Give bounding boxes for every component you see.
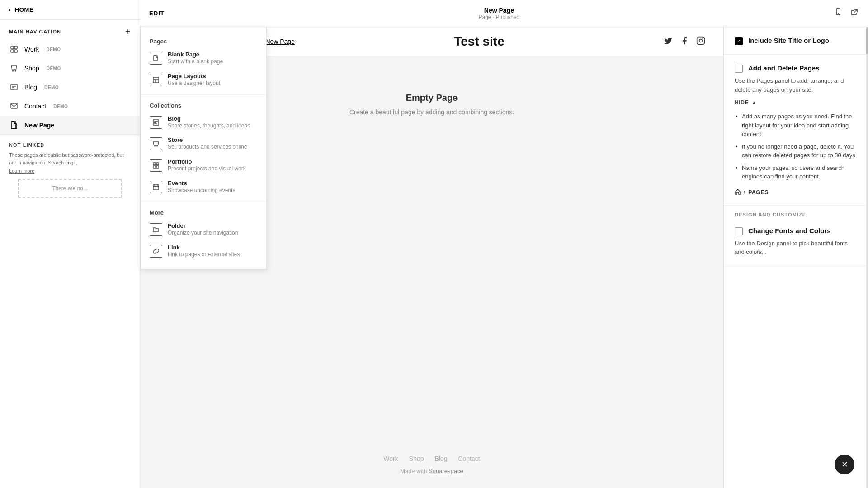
layout-icon	[150, 74, 162, 86]
svg-rect-23	[153, 77, 159, 83]
nav-header: MAIN NAVIGATION +	[0, 20, 140, 40]
svg-rect-34	[153, 166, 156, 168]
pages-link[interactable]: › PAGES	[735, 188, 857, 196]
blog-icon	[9, 82, 19, 92]
panel-item-site-title: Include Site Title or Logo	[724, 27, 868, 55]
dropdown-item-events[interactable]: Events Showcase upcoming events	[141, 176, 266, 198]
sidebar-item-blog-label: Blog	[24, 84, 37, 91]
dropdown-collections-label: Collections	[141, 99, 266, 112]
hide-toggle[interactable]: HIDE ▲	[735, 99, 857, 106]
shop-icon	[9, 63, 19, 73]
footer-nav-work[interactable]: Work	[383, 455, 398, 462]
svg-rect-0	[11, 46, 14, 49]
portfolio-icon	[150, 159, 162, 172]
footer-made-with: Made with Squarespace	[154, 468, 710, 474]
sidebar-item-blog-badge: DEMO	[44, 85, 59, 90]
site-footer: Work Shop Blog Contact Made with Squares…	[140, 441, 723, 488]
svg-point-20	[703, 38, 703, 39]
external-link-icon[interactable]	[850, 8, 859, 19]
site-title: Test site	[454, 34, 505, 49]
footer-nav-blog[interactable]: Blog	[434, 455, 447, 462]
grid-icon	[9, 44, 19, 54]
dropdown-pages-label: Pages	[141, 34, 266, 47]
svg-line-17	[854, 9, 857, 13]
svg-rect-3	[14, 50, 17, 52]
sidebar-item-shop-badge: DEMO	[47, 66, 61, 71]
contact-icon	[9, 101, 19, 111]
link-icon	[150, 245, 162, 258]
site-nav-new-page[interactable]: New Page	[265, 38, 295, 45]
sidebar-item-work[interactable]: Work DEMO	[0, 40, 140, 59]
panel-item-site-title-header: Include Site Title or Logo	[735, 36, 857, 45]
close-icon: ✕	[841, 460, 848, 469]
svg-rect-18	[697, 37, 705, 44]
dropdown-item-events-text: Events Showcase upcoming events	[168, 180, 235, 194]
home-link[interactable]: ‹ HOME	[0, 0, 140, 20]
panel-item-add-delete-desc: Use the Pages panel to add, arrange, and…	[735, 76, 857, 94]
top-bar-center: New Page Page · Published	[479, 7, 520, 20]
sidebar-item-shop[interactable]: Shop DEMO	[0, 59, 140, 78]
footer-nav-contact[interactable]: Contact	[458, 455, 480, 462]
dropdown-item-folder[interactable]: Folder Organize your site navigation	[141, 219, 266, 240]
checkbox-site-title[interactable]	[735, 37, 743, 45]
close-button[interactable]: ✕	[835, 455, 854, 474]
sidebar-item-contact[interactable]: Contact DEMO	[0, 97, 140, 116]
top-bar: EDIT New Page Page · Published	[140, 0, 868, 27]
left-sidebar: ‹ HOME MAIN NAVIGATION + Work DEMO Shop	[0, 0, 140, 488]
svg-point-31	[157, 146, 158, 147]
sidebar-item-contact-badge: DEMO	[53, 104, 68, 109]
back-arrow-icon: ‹	[9, 7, 11, 13]
bullet-item-2: If you no longer need a page, delete it.…	[735, 141, 857, 162]
svg-rect-1	[14, 46, 17, 49]
footer-nav: Work Shop Blog Contact	[154, 455, 710, 462]
right-panel: Include Site Title or Logo Add and Delet…	[723, 27, 868, 488]
hide-label: HIDE	[735, 99, 749, 106]
panel-item-change-fonts-header: Change Fonts and Colors	[735, 226, 857, 235]
pages-link-arrow: ›	[744, 189, 745, 195]
squarespace-link[interactable]: Squarespace	[429, 468, 463, 474]
top-bar-icons	[834, 8, 859, 19]
blog-collection-icon	[150, 116, 162, 129]
dropdown-divider-2	[141, 202, 266, 202]
svg-point-4	[13, 70, 14, 71]
top-bar-subtitle: Page · Published	[479, 14, 520, 20]
dropdown-item-link[interactable]: Link Link to pages or external sites	[141, 240, 266, 262]
page-icon	[9, 120, 19, 130]
sidebar-item-new-page[interactable]: New Page	[0, 116, 140, 135]
svg-point-30	[155, 146, 156, 147]
svg-rect-6	[11, 84, 17, 90]
dropdown-item-blank-page[interactable]: Blank Page Start with a blank page	[141, 47, 266, 69]
dashed-placeholder: There are no...	[18, 179, 122, 198]
twitter-icon[interactable]	[664, 36, 673, 47]
dropdown-item-store-text: Store Sell products and services online	[168, 136, 247, 151]
checkbox-change-fonts[interactable]	[735, 227, 743, 235]
dropdown-item-store[interactable]: Store Sell products and services online	[141, 133, 266, 155]
facebook-icon[interactable]	[680, 36, 689, 47]
edit-button[interactable]: EDIT	[149, 10, 165, 17]
not-linked-section: NOT LINKED These pages are public but pa…	[0, 135, 140, 211]
dropdown-item-blog[interactable]: Blog Share stories, thoughts, and ideas	[141, 112, 266, 133]
panel-item-change-fonts-desc: Use the Design panel to pick beautiful f…	[735, 239, 857, 257]
learn-more-link[interactable]: Learn more	[9, 168, 131, 174]
home-label: HOME	[15, 6, 34, 13]
bullet-item-1: Add as many pages as you need. Find the …	[735, 110, 857, 141]
svg-rect-33	[156, 163, 159, 165]
home-icon-small	[735, 188, 741, 196]
mobile-view-icon[interactable]	[834, 8, 843, 19]
checkbox-add-delete-pages[interactable]	[735, 65, 743, 73]
sidebar-item-contact-label: Contact	[24, 103, 46, 110]
panel-item-add-delete-label: Add and Delete Pages	[748, 64, 820, 73]
svg-rect-21	[154, 56, 157, 61]
pages-link-label: PAGES	[748, 189, 769, 196]
panel-item-change-fonts-label: Change Fonts and Colors	[748, 226, 831, 235]
dropdown-item-page-layouts[interactable]: Page Layouts Use a designer layout	[141, 69, 266, 91]
top-bar-title: New Page	[479, 7, 520, 14]
svg-rect-9	[11, 103, 17, 108]
instagram-icon[interactable]	[696, 36, 705, 47]
sidebar-item-blog[interactable]: Blog DEMO	[0, 78, 140, 97]
dropdown-item-portfolio[interactable]: Portfolio Present projects and visual wo…	[141, 155, 266, 176]
footer-nav-shop[interactable]: Shop	[409, 455, 424, 462]
add-nav-item-button[interactable]: +	[125, 27, 131, 36]
dropdown-item-blog-text: Blog Share stories, thoughts, and ideas	[168, 115, 250, 130]
panel-item-site-title-label: Include Site Title or Logo	[748, 36, 829, 45]
